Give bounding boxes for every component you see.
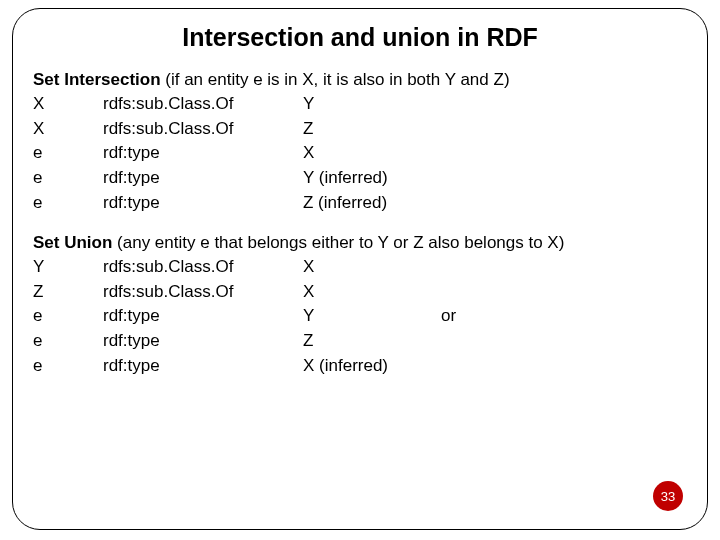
subject: e [33, 354, 103, 379]
subject: e [33, 191, 103, 216]
object: X [303, 255, 423, 280]
triple-row: e rdf:type Z (inferred) [33, 191, 687, 216]
triple-row: e rdf:type X (inferred) [33, 354, 687, 379]
triple-row: Z rdfs:sub.Class.Of X [33, 280, 687, 305]
predicate: rdfs:sub.Class.Of [103, 117, 303, 142]
subject: Z [33, 280, 103, 305]
object: Z (inferred) [303, 191, 423, 216]
object: X (inferred) [303, 354, 423, 379]
subject: X [33, 117, 103, 142]
slide-frame: Intersection and union in RDF Set Inters… [12, 8, 708, 530]
extra: or [423, 304, 456, 329]
predicate: rdf:type [103, 166, 303, 191]
extra [423, 191, 441, 216]
object: X [303, 280, 423, 305]
subject: e [33, 166, 103, 191]
extra [423, 280, 441, 305]
predicate: rdfs:sub.Class.Of [103, 255, 303, 280]
triple-row: Y rdfs:sub.Class.Of X [33, 255, 687, 280]
triple-row: e rdf:type Z [33, 329, 687, 354]
union-triples: Y rdfs:sub.Class.Of X Z rdfs:sub.Class.O… [33, 255, 687, 378]
triple-row: e rdf:type Y or [33, 304, 687, 329]
slide-title: Intersection and union in RDF [33, 23, 687, 52]
object: Y [303, 92, 423, 117]
object: Y (inferred) [303, 166, 423, 191]
triple-row: X rdfs:sub.Class.Of Y [33, 92, 687, 117]
union-heading: Set Union (any entity e that belongs eit… [33, 233, 687, 253]
subject: e [33, 141, 103, 166]
intersection-heading-bold: Set Intersection [33, 70, 161, 89]
predicate: rdf:type [103, 329, 303, 354]
subject: e [33, 329, 103, 354]
object: X [303, 141, 423, 166]
object: Z [303, 117, 423, 142]
object: Z [303, 329, 423, 354]
predicate: rdf:type [103, 304, 303, 329]
subject: X [33, 92, 103, 117]
union-heading-bold: Set Union [33, 233, 112, 252]
extra [423, 329, 441, 354]
triple-row: X rdfs:sub.Class.Of Z [33, 117, 687, 142]
extra [423, 166, 441, 191]
subject: Y [33, 255, 103, 280]
subject: e [33, 304, 103, 329]
predicate: rdfs:sub.Class.Of [103, 280, 303, 305]
object: Y [303, 304, 423, 329]
triple-row: e rdf:type X [33, 141, 687, 166]
intersection-triples: X rdfs:sub.Class.Of Y X rdfs:sub.Class.O… [33, 92, 687, 215]
predicate: rdfs:sub.Class.Of [103, 92, 303, 117]
extra [423, 92, 441, 117]
extra [423, 354, 441, 379]
extra [423, 141, 441, 166]
triple-row: e rdf:type Y (inferred) [33, 166, 687, 191]
intersection-heading: Set Intersection (if an entity e is in X… [33, 70, 687, 90]
predicate: rdf:type [103, 354, 303, 379]
intersection-heading-rest: (if an entity e is in X, it is also in b… [161, 70, 510, 89]
predicate: rdf:type [103, 141, 303, 166]
extra [423, 117, 441, 142]
extra [423, 255, 441, 280]
union-heading-rest: (any entity e that belongs either to Y o… [112, 233, 564, 252]
predicate: rdf:type [103, 191, 303, 216]
page-number-badge: 33 [653, 481, 683, 511]
